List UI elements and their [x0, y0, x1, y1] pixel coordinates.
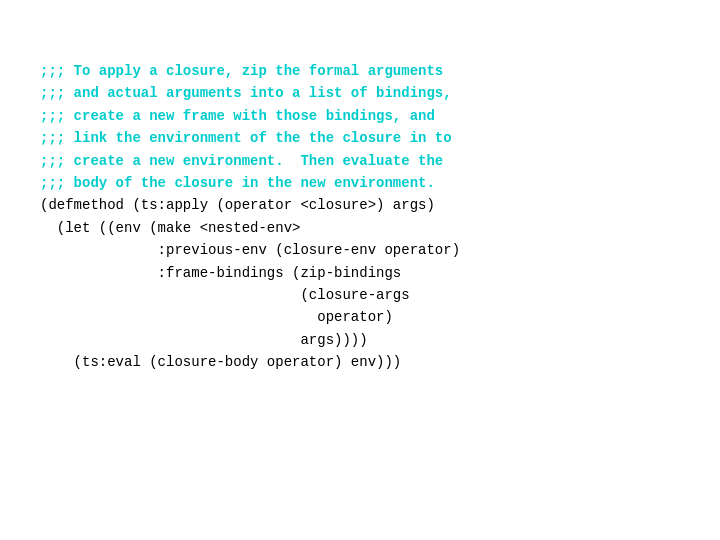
code-line: :frame-bindings (zip-bindings	[40, 262, 460, 284]
code-line: (ts:eval (closure-body operator) env)))	[40, 351, 460, 373]
code-line: operator)	[40, 306, 460, 328]
code-line: (closure-args	[40, 284, 460, 306]
code-line: ;;; link the environment of the the clos…	[40, 127, 460, 149]
code-block: ;;; To apply a closure, zip the formal a…	[0, 0, 500, 413]
code-line: args))))	[40, 329, 460, 351]
code-line: ;;; and actual arguments into a list of …	[40, 82, 460, 104]
code-line: ;;; To apply a closure, zip the formal a…	[40, 60, 460, 82]
code-line: :previous-env (closure-env operator)	[40, 239, 460, 261]
code-line: (defmethod (ts:apply (operator <closure>…	[40, 194, 460, 216]
code-line: ;;; body of the closure in the new envir…	[40, 172, 460, 194]
code-line: ;;; create a new environment. Then evalu…	[40, 150, 460, 172]
code-line: ;;; create a new frame with those bindin…	[40, 105, 460, 127]
code-line: (let ((env (make <nested-env>	[40, 217, 460, 239]
